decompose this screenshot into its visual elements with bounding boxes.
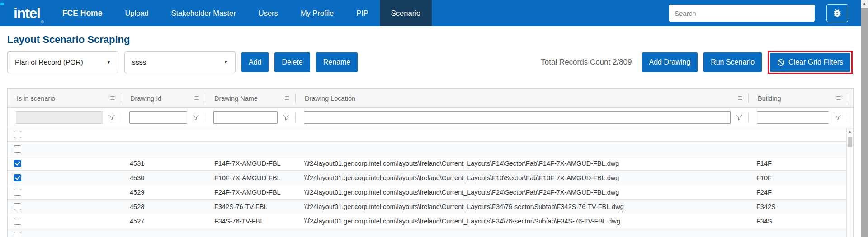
scenario-name-value: ssss [132,58,146,66]
row-checkbox[interactable] [14,189,21,196]
cell-drawing-id: 4527 [121,214,205,228]
filter-input-drawing-name[interactable] [213,111,278,124]
intel-logo[interactable]: intel ® [14,0,44,26]
filter-input-drawing-id[interactable] [129,111,187,124]
cell-building [749,142,847,156]
search-input[interactable] [669,5,815,22]
page-scrollbar-thumb[interactable] [861,8,868,237]
row-checkbox[interactable] [14,160,21,167]
scenario-type-select[interactable]: Plan of Record (POR) ▼ [7,51,118,73]
scroll-up-arrow-icon[interactable]: ▲ [847,128,853,135]
scenario-name-select[interactable]: ssss ▼ [124,51,236,73]
clear-grid-filters-button[interactable]: Clear Grid Filters [770,53,850,72]
cell-drawing-id: 4529 [121,185,205,199]
nav-menu: FCE HomeUploadStakeholder MasterUsersMy … [51,0,432,26]
cell-is-in-scenario [8,127,121,141]
hamburger-icon[interactable]: ≡ [190,93,199,103]
logo-i-dot [0,3,4,5]
grid-scrollbar-thumb[interactable] [848,137,852,147]
cell-building [749,127,847,141]
nav-item-users[interactable]: Users [247,0,289,26]
row-checkbox[interactable] [14,218,21,225]
nav-item-pip[interactable]: PIP [345,0,380,26]
column-label: Drawing Name [214,95,258,102]
debug-button[interactable] [826,4,848,22]
cell-drawing-name [205,142,296,156]
add-button[interactable]: Add [241,52,269,72]
column-header-building[interactable]: Building≡ [749,89,847,107]
cell-is-in-scenario [8,228,121,237]
registered-mark: ® [41,20,44,24]
grid-scrollbar[interactable]: ▲ [846,128,853,237]
hamburger-icon[interactable]: ≡ [281,93,289,103]
column-label: Building [758,95,781,102]
column-header-drawing-id[interactable]: Drawing Id≡ [121,89,205,107]
cell-drawing-name [205,127,296,141]
hamburger-icon[interactable]: ≡ [734,93,742,103]
highlight-box: Clear Grid Filters [768,51,853,74]
filter-cell-drawing-name [205,108,296,127]
filter-cell-drawing-location [296,108,749,127]
nav-item-scenario[interactable]: Scenario [380,0,432,26]
funnel-icon[interactable] [192,114,199,121]
row-checkbox[interactable] [14,131,21,138]
delete-button[interactable]: Delete [274,52,310,72]
cell-is-in-scenario [8,156,121,170]
rename-button[interactable]: Rename [316,52,358,72]
page-scroll-up-icon[interactable]: ▲ [861,0,868,8]
column-header-drawing-name[interactable]: Drawing Name≡ [205,89,296,107]
table-row [8,127,853,142]
cell-drawing-id: 4531 [121,156,205,170]
funnel-icon[interactable] [736,114,743,121]
cell-is-in-scenario [8,171,121,185]
row-checkbox[interactable] [14,232,21,237]
hamburger-icon[interactable]: ≡ [106,93,115,103]
column-label: Drawing Location [305,95,355,102]
chevron-down-icon: ▼ [224,60,228,65]
cell-drawing-location [296,228,749,237]
drawings-grid: Is in scenario≡Drawing Id≡Drawing Name≡D… [7,88,854,237]
filter-input-building[interactable] [757,111,829,124]
nav-item-stakeholder-master[interactable]: Stakeholder Master [160,0,247,26]
row-checkbox[interactable] [14,174,21,181]
hamburger-icon[interactable]: ≡ [832,93,841,103]
cell-drawing-name: F10F-7X-AMGUD-FBL [205,171,296,185]
table-row: 4531F14F-7X-AMGUD-FBL\\f24layout01.ger.c… [8,156,853,171]
cell-is-in-scenario [8,185,121,199]
cell-building [749,228,847,237]
cell-drawing-location: \\f24layout01.ger.corp.intel.com\layouts… [296,214,749,228]
cell-building: F342S [749,200,847,214]
filter-input-drawing-location[interactable] [304,111,731,124]
ban-icon [777,59,785,66]
table-row [8,228,853,237]
run-scenario-button[interactable]: Run Scenario [703,52,762,72]
nav-item-fce-home[interactable]: FCE Home [51,0,113,26]
cell-building: F34S [749,214,847,228]
row-checkbox[interactable] [14,145,21,153]
column-header-is-in-scenario[interactable]: Is in scenario≡ [8,89,121,107]
cell-drawing-name [205,228,296,237]
nav-item-upload[interactable]: Upload [113,0,160,26]
cell-drawing-name: F34S-76-TV-FBL [205,214,296,228]
cell-drawing-id [121,228,205,237]
page-scrollbar[interactable]: ▲ [861,0,868,237]
column-header-drawing-location[interactable]: Drawing Location≡ [296,89,749,107]
nav-item-my-profile[interactable]: My Profile [289,0,345,26]
cell-drawing-id: 4528 [121,200,205,214]
add-drawing-button[interactable]: Add Drawing [642,52,698,72]
funnel-icon[interactable] [283,114,290,121]
grid-filter-row [8,108,853,127]
cell-drawing-location: \\f24layout01.ger.corp.intel.com\layouts… [296,156,749,170]
cell-building: F14F [749,156,847,170]
row-checkbox[interactable] [14,203,21,210]
grid-header-row: Is in scenario≡Drawing Id≡Drawing Name≡D… [8,89,853,108]
cell-drawing-name: F342S-76-TV-FBL [205,200,296,214]
filter-cell-building [749,108,847,127]
cell-drawing-name: F14F-7X-AMGUD-FBL [205,156,296,170]
cell-drawing-location [296,142,749,156]
funnel-icon[interactable] [834,114,841,121]
filter-cell-drawing-id [121,108,205,127]
funnel-icon[interactable] [108,114,115,121]
cell-drawing-id: 4530 [121,171,205,185]
page-title: Layout Scenario Scraping [7,33,868,46]
